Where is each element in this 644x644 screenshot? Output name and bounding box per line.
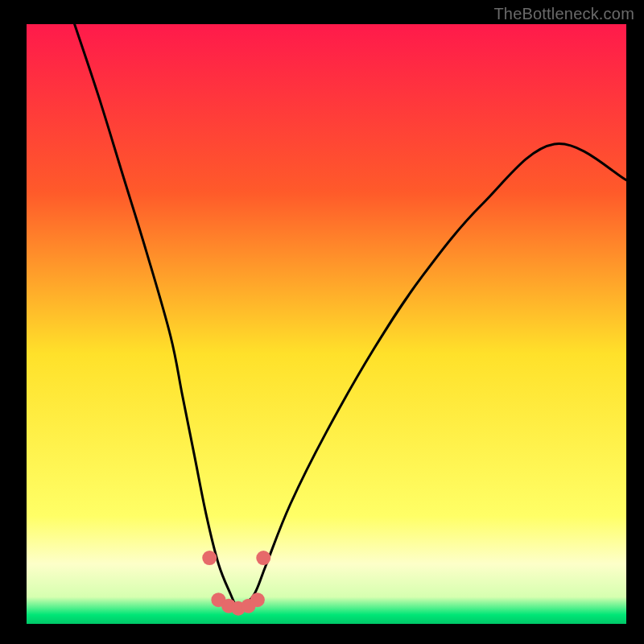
chart-root: TheBottleneck.com — [0, 0, 644, 644]
marker-bottom-5 — [250, 592, 265, 607]
watermark-text: TheBottleneck.com — [493, 5, 634, 23]
plot-svg — [0, 0, 644, 644]
plot-area — [27, 24, 626, 624]
marker-left-pair — [202, 551, 217, 565]
marker-right-pair — [256, 551, 270, 565]
